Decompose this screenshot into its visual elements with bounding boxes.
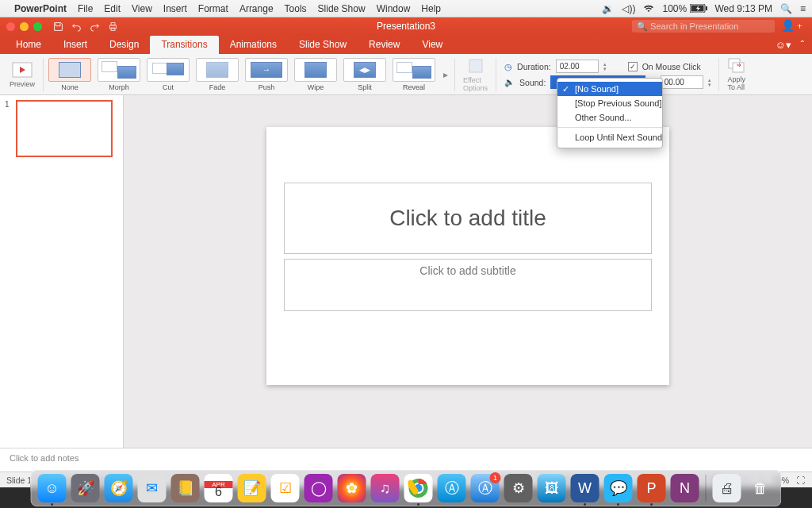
after-field[interactable]: 00.00: [661, 75, 703, 89]
dock-itunes[interactable]: ♫: [371, 474, 400, 502]
transition-cut[interactable]: Cut: [145, 58, 191, 91]
notes-pane[interactable]: Click to add notes: [0, 448, 812, 471]
duration-field[interactable]: 02.00: [556, 60, 599, 73]
svg-rect-2: [706, 6, 707, 10]
undo-icon[interactable]: [71, 21, 82, 32]
slide-thumbnail-1[interactable]: [16, 100, 113, 157]
menu-insert[interactable]: Insert: [163, 3, 187, 14]
slide: Click to add title Click to add subtitle: [266, 127, 669, 385]
transition-wipe[interactable]: ◀ Wipe: [293, 58, 339, 91]
after-stepper[interactable]: ▲▼: [707, 78, 715, 87]
dock-podcast[interactable]: ◯: [304, 474, 333, 502]
tab-design[interactable]: Design: [98, 36, 150, 54]
feedback-icon[interactable]: ☺▾: [775, 39, 791, 51]
dock-word[interactable]: W: [571, 474, 599, 502]
menu-arrange[interactable]: Arrange: [239, 3, 274, 14]
menu-edit[interactable]: Edit: [104, 3, 121, 14]
dock-safari[interactable]: 🧭: [105, 474, 133, 502]
dock-chrome[interactable]: [404, 474, 433, 502]
share-button[interactable]: 👤﹢: [781, 19, 806, 33]
dock-contacts[interactable]: 📒: [171, 474, 200, 502]
duration-stepper[interactable]: ▲▼: [603, 62, 611, 71]
tab-animations[interactable]: Animations: [219, 36, 288, 54]
dock-appstore2[interactable]: Ⓐ1: [471, 474, 500, 502]
dock-finder[interactable]: ☺: [38, 474, 67, 502]
save-icon[interactable]: [53, 21, 63, 32]
menu-view[interactable]: View: [132, 3, 152, 14]
dock-preview[interactable]: 🖼: [538, 474, 566, 502]
menu-window[interactable]: Window: [377, 3, 411, 14]
wifi-icon[interactable]: [643, 5, 654, 13]
minimize-window[interactable]: [20, 22, 29, 31]
ribbon-collapse-icon[interactable]: ˆ: [801, 39, 804, 51]
dock-mail[interactable]: ✉︎: [138, 474, 167, 502]
tab-view[interactable]: View: [411, 36, 454, 54]
sound-option-loop[interactable]: Loop Until Next Sound: [557, 130, 662, 144]
transition-morph[interactable]: Morph: [96, 58, 142, 91]
dock-printer[interactable]: 🖨: [713, 474, 741, 502]
dock-reminders[interactable]: ☑︎: [271, 474, 300, 502]
dock-photos[interactable]: ✿: [338, 474, 366, 502]
clock-icon: ◷: [504, 62, 512, 71]
preview-icon: [12, 60, 33, 79]
on-mouse-checkbox[interactable]: ✓: [628, 62, 638, 71]
tab-home[interactable]: Home: [5, 36, 52, 54]
transition-fade[interactable]: Fade: [194, 58, 240, 91]
search-in-presentation[interactable]: 🔍 Search in Presentation: [632, 20, 775, 33]
close-window[interactable]: [6, 22, 15, 31]
dock-powerpoint[interactable]: P: [638, 474, 666, 502]
fit-to-window[interactable]: ⛶: [797, 475, 806, 485]
menu-slideshow[interactable]: Slide Show: [318, 3, 366, 14]
sound-option-stop-previous[interactable]: [Stop Previous Sound]: [557, 96, 662, 110]
transition-none[interactable]: None: [47, 58, 93, 91]
volume-icon[interactable]: 🔉: [602, 3, 614, 14]
gallery-next[interactable]: ▸: [440, 61, 451, 88]
dock-appstore[interactable]: Ⓐ: [438, 474, 466, 502]
redo-icon[interactable]: [90, 21, 100, 32]
sound-option-no-sound[interactable]: [No Sound]: [557, 82, 662, 96]
dock-calendar[interactable]: APR6: [205, 474, 233, 502]
print-icon[interactable]: [108, 21, 118, 32]
svg-rect-10: [733, 63, 744, 72]
notification-center-icon[interactable]: ≡: [800, 3, 806, 14]
menu-help[interactable]: Help: [421, 3, 441, 14]
slide-canvas-area[interactable]: Click to add title Click to add subtitle: [124, 95, 812, 448]
effect-options-button[interactable]: Effect Options: [458, 54, 492, 94]
dock-onenote[interactable]: N: [671, 474, 699, 502]
workspace: 1 Click to add title Click to add subtit…: [0, 95, 812, 448]
sound-option-other[interactable]: Other Sound...: [557, 110, 662, 125]
dock-settings[interactable]: ⚙︎: [504, 474, 533, 502]
menu-format[interactable]: Format: [198, 3, 228, 14]
sound-icon: 🔈: [504, 77, 515, 87]
app-menu[interactable]: PowerPoint: [14, 3, 67, 14]
transition-push[interactable]: → Push: [243, 58, 289, 91]
dock-skype[interactable]: 💬: [604, 474, 633, 502]
transition-split[interactable]: ◀▶ Split: [342, 58, 388, 91]
dock-launchpad[interactable]: 🚀: [71, 474, 100, 502]
window-title: Presentation3: [377, 21, 435, 32]
tab-insert[interactable]: Insert: [52, 36, 98, 54]
clock[interactable]: Wed 9:13 PM: [715, 3, 772, 14]
airplay-icon[interactable]: ◁)): [622, 3, 635, 14]
tab-review[interactable]: Review: [358, 36, 411, 54]
window-controls[interactable]: [6, 22, 42, 31]
tab-slideshow[interactable]: Slide Show: [288, 36, 358, 54]
title-placeholder[interactable]: Click to add title: [284, 183, 652, 254]
transition-gallery: None Morph Cut Fade → Push ◀ Wipe ◀▶ Spl…: [47, 58, 451, 91]
preview-button[interactable]: Preview: [5, 54, 40, 94]
spotlight-icon[interactable]: 🔍: [780, 3, 792, 14]
tab-transitions[interactable]: Transitions: [150, 36, 218, 54]
transition-reveal[interactable]: Reveal: [391, 58, 437, 91]
sound-label: Sound:: [519, 78, 546, 87]
duration-label: Duration:: [517, 62, 551, 71]
menu-file[interactable]: File: [78, 3, 93, 14]
menu-tools[interactable]: Tools: [285, 3, 307, 14]
battery-status[interactable]: 100%: [662, 3, 707, 14]
dock-trash[interactable]: 🗑: [746, 474, 775, 502]
fullscreen-window[interactable]: [33, 22, 42, 31]
apply-all-icon: [727, 57, 746, 75]
subtitle-placeholder[interactable]: Click to add subtitle: [284, 259, 652, 311]
mac-menubar: PowerPoint File Edit View Insert Format …: [0, 0, 812, 17]
apply-to-all-button[interactable]: Apply To All: [722, 54, 751, 94]
dock-notes[interactable]: 📝: [238, 474, 266, 502]
